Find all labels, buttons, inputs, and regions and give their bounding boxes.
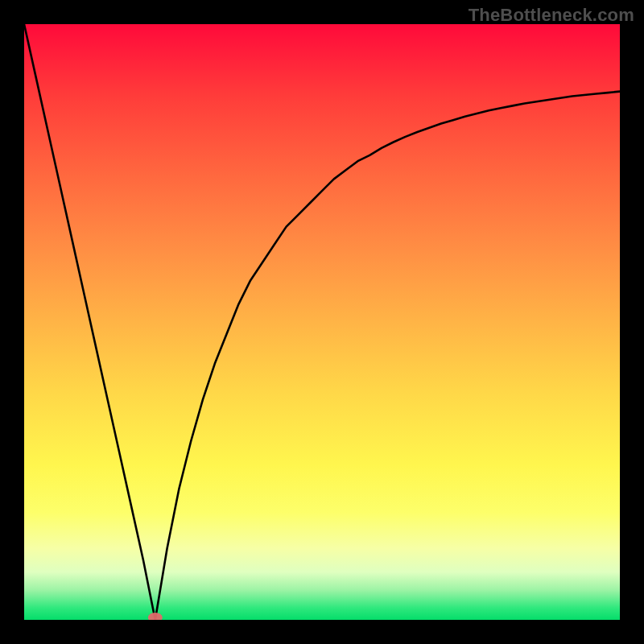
attribution-label: TheBottleneck.com [469,5,634,26]
marker-dot [148,613,163,620]
plot-area [24,24,620,620]
curve-path [24,24,620,620]
chart-frame: TheBottleneck.com [0,0,644,644]
curve-svg [24,24,620,620]
